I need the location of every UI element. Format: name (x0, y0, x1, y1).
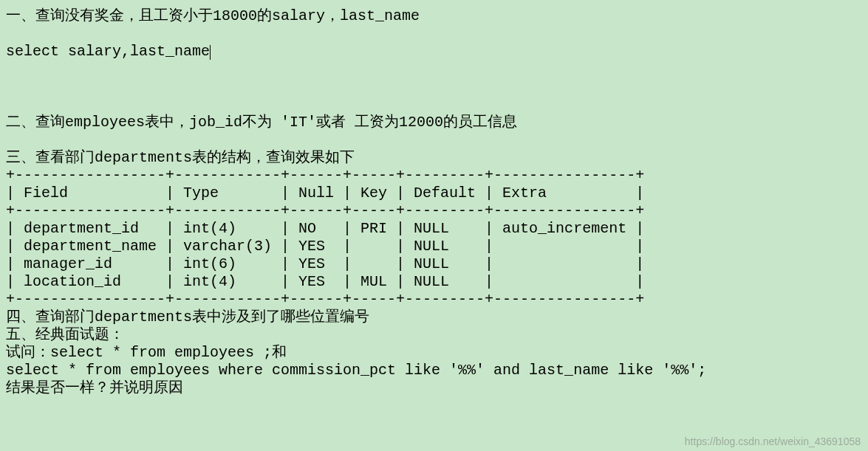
question-4-title: 四、查询部门departments表中涉及到了哪些位置编号 (6, 309, 862, 326)
question-3-title: 三、查看部门departments表的结构，查询效果如下 (6, 149, 862, 167)
question-5-line: select * from employees where commission… (6, 362, 862, 379)
table-row: | manager_id | int(6) | YES | | NULL | | (6, 255, 862, 273)
watermark-text: https://blog.csdn.net/weixin_43691058 (685, 435, 861, 448)
question-1-sql: select salary,last_name (6, 43, 862, 61)
table-border-mid: +-----------------+------------+------+-… (6, 202, 862, 220)
question-5-title: 五、经典面试题： (6, 326, 862, 344)
table-border-bottom: +-----------------+------------+------+-… (6, 291, 862, 309)
text-cursor (210, 45, 211, 60)
question-2-title: 二、查询employees表中，job_id不为 'IT'或者 工资为12000… (6, 114, 862, 131)
sql-text: select salary,last_name (6, 43, 210, 60)
table-header-row: | Field | Type | Null | Key | Default | … (6, 185, 862, 202)
table-row: | department_name | varchar(3) | YES | |… (6, 238, 862, 255)
question-1-title: 一、查询没有奖金，且工资小于18000的salary，last_name (6, 7, 862, 25)
table-border-top: +-----------------+------------+------+-… (6, 167, 862, 185)
table-row: | department_id | int(4) | NO | PRI | NU… (6, 220, 862, 238)
question-5-line: 试问：select * from employees ;和 (6, 344, 862, 362)
question-5-line: 结果是否一样？并说明原因 (6, 379, 862, 397)
table-row: | location_id | int(4) | YES | MUL | NUL… (6, 273, 862, 291)
